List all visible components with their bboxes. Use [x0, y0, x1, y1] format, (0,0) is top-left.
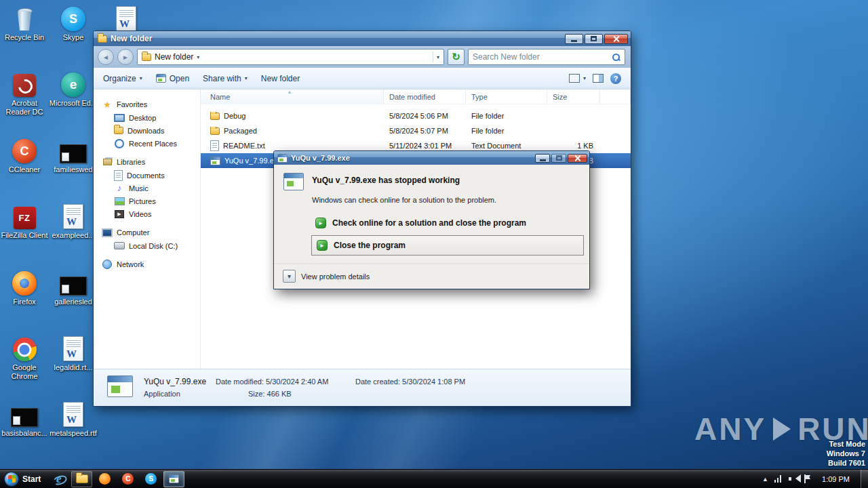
view-details-expander-button chevron-down-icon[interactable]	[283, 270, 296, 283]
application-icon	[210, 157, 220, 165]
desktop-icon-ccleaner[interactable]: CCleaner	[0, 136, 49, 174]
command-bar: Organize Open Share with New folder	[94, 68, 631, 89]
videos-label: Videos	[129, 210, 151, 218]
taskbar-explorer-button[interactable]	[71, 471, 92, 487]
show-hidden-icons-button chevron-up-icon[interactable]	[762, 476, 768, 483]
dialog-minimize-button[interactable]	[535, 154, 550, 163]
breadcrumb[interactable]: New folder	[155, 52, 193, 62]
forward-button[interactable]	[117, 49, 134, 65]
folder-icon	[210, 113, 220, 120]
taskbar-firefox-button[interactable]	[94, 471, 115, 487]
desktop-icon-microsoft-ed[interactable]: Microsoft Ed...	[49, 70, 98, 108]
column-header-date-modified[interactable]: Date modified	[384, 89, 466, 104]
ccleaner-icon	[12, 139, 37, 163]
view-problem-details-label[interactable]: View problem details	[301, 272, 370, 281]
search-box[interactable]	[468, 49, 625, 65]
dialog-titlebar[interactable]: YuQu v_7.99.exe	[274, 151, 589, 165]
details-pane: YuQu v_7.99.exe Application Date modifie…	[94, 369, 631, 406]
sidebar-group-network[interactable]: Network	[94, 258, 200, 271]
file-row-debug[interactable]: Debug 5/8/2024 5:06 PM File folder	[201, 108, 631, 123]
desktop-icon-familieswed[interactable]: familieswed	[49, 136, 98, 174]
sidebar-item-music[interactable]: Music	[94, 182, 200, 195]
selected-file-application-icon	[107, 375, 133, 397]
organize-menu[interactable]: Organize	[103, 74, 142, 83]
minimize-icon	[540, 159, 546, 161]
share-with-menu[interactable]: Share with	[203, 74, 248, 83]
explorer-titlebar[interactable]: New folder	[94, 31, 631, 46]
desktop-icon-metalspeed[interactable]: metalspeed.rtf	[49, 400, 98, 438]
desktop-icon-firefox[interactable]: Firefox	[0, 268, 49, 306]
volume-icon[interactable]	[789, 474, 797, 483]
breadcrumb-chevron-down-icon[interactable]	[197, 54, 199, 60]
change-view-button[interactable]	[569, 74, 586, 83]
close-icon	[574, 155, 581, 162]
sidebar-item-downloads[interactable]: Downloads	[94, 124, 200, 137]
sidebar-item-videos[interactable]: Videos	[94, 207, 200, 220]
search-input[interactable]	[473, 52, 608, 62]
word-document-icon	[63, 402, 83, 427]
file-name: Packaged	[224, 127, 257, 135]
desktop-icon-recycle-bin[interactable]: Recycle Bin	[0, 4, 49, 42]
dialog-title: YuQu v_7.99.exe	[291, 154, 534, 162]
filezilla-icon	[14, 207, 36, 229]
folder-icon	[210, 127, 220, 135]
desktop-icon-label: legaldid.rt...	[49, 363, 98, 372]
maximize-button[interactable]	[585, 34, 603, 44]
file-row-packaged[interactable]: Packaged 5/8/2024 5:07 PM File folder	[201, 123, 631, 138]
sidebar-item-desktop[interactable]: Desktop	[94, 111, 200, 124]
minimize-button[interactable]	[565, 34, 583, 44]
sidebar-group-computer[interactable]: Computer	[94, 226, 200, 239]
new-folder-label: New folder	[261, 74, 300, 83]
preview-pane-button preview-icon[interactable]	[593, 74, 604, 83]
refresh-button[interactable]	[448, 49, 465, 65]
taskbar-active-app-button[interactable]	[163, 471, 184, 487]
taskbar-skype-button[interactable]	[140, 471, 161, 487]
start-button[interactable]: Start	[0, 470, 47, 488]
sidebar-item-local-disk-c[interactable]: Local Disk (C:)	[94, 239, 200, 252]
start-label: Start	[22, 474, 41, 484]
dialog-close-button[interactable]	[568, 154, 587, 163]
close-program-label: Close the program	[334, 241, 406, 250]
sidebar-group-favorites[interactable]: Favorites	[94, 98, 200, 111]
desktop-icon-acrobat[interactable]: Acrobat Reader DC	[0, 70, 49, 117]
desktop-icon-basisbalanc[interactable]: basisbalanc...	[0, 400, 49, 438]
taskbar-clock[interactable]: 1:09 PM	[817, 475, 854, 483]
column-header-name[interactable]: Name	[201, 89, 384, 104]
word-document-icon	[63, 336, 83, 361]
desktop-icon-filezilla[interactable]: FileZilla Client	[0, 202, 49, 240]
column-header-type[interactable]: Type	[466, 89, 547, 104]
desktop-icon-document-top[interactable]	[102, 4, 151, 31]
explorer-window-icon folder-icon	[98, 35, 107, 43]
new-folder-button[interactable]: New folder	[261, 74, 300, 83]
sidebar-item-pictures[interactable]: Pictures	[94, 195, 200, 207]
desktop-icon-exampleed[interactable]: exampleed...	[49, 202, 98, 240]
close-icon	[612, 35, 620, 43]
open-button[interactable]: Open	[156, 74, 189, 83]
sort-ascending-icon	[288, 89, 291, 95]
network-icon[interactable]	[774, 475, 783, 483]
address-box[interactable]: New folder	[137, 49, 444, 65]
check-online-command-link[interactable]: Check online for a solution and close th…	[315, 218, 526, 228]
desktop-icon-legaldid[interactable]: legaldid.rt...	[49, 334, 98, 372]
desktop-icon-skype[interactable]: Skype	[49, 4, 98, 42]
sidebar-item-recent-places[interactable]: Recent Places	[94, 137, 200, 150]
close-program-command-link[interactable]: Close the program	[311, 235, 584, 256]
back-button[interactable]	[98, 49, 114, 65]
sidebar-item-documents[interactable]: Documents	[94, 169, 200, 182]
desktop-icon-galleriesled[interactable]: galleriesled	[49, 268, 98, 306]
taskbar-ccleaner-button[interactable]	[117, 471, 138, 487]
taskbar-internet-explorer-button[interactable]	[48, 471, 69, 487]
column-header-size[interactable]: Size	[547, 89, 600, 104]
desktop-icon-chrome[interactable]: Google Chrome	[0, 334, 49, 381]
address-history-chevron-down-icon[interactable]	[437, 54, 439, 60]
date-column-label: Date modified	[389, 93, 435, 101]
close-button[interactable]	[604, 34, 628, 44]
monitor-icon	[114, 114, 125, 122]
show-desktop-button[interactable]	[861, 470, 868, 488]
help-button help-icon[interactable]	[610, 73, 621, 84]
sidebar-group-libraries[interactable]: Libraries	[94, 155, 200, 169]
dialog-maximize-button	[551, 154, 566, 163]
sidebar-separator	[94, 252, 200, 258]
search-icon[interactable]	[612, 53, 620, 62]
action-center-flag-icon[interactable]	[804, 474, 811, 483]
